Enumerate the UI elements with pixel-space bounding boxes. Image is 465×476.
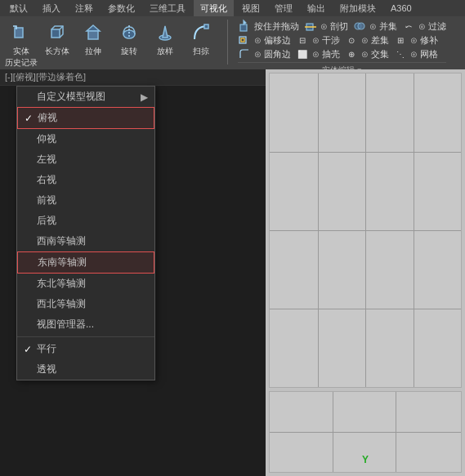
tab-insert[interactable]: 插入 <box>36 0 67 16</box>
menu-item-custom-view[interactable]: 自定义模型视图 ▶ <box>17 87 154 107</box>
svg-rect-1 <box>51 29 60 38</box>
slice-button[interactable]: ⊙ 剖切 <box>304 20 348 33</box>
solid-edit-row2: ⊙ 偏移边 ⊟ ⊙ 干涉 ⊙ ⊙ 差集 ⊞ ⊙ 修补 <box>238 33 446 47</box>
tab-manage[interactable]: 管理 <box>268 0 299 16</box>
y-axis-label: Y <box>362 454 369 465</box>
mesh-button[interactable]: ⋱ ⊙ 网格 <box>394 47 438 60</box>
union-button[interactable]: ⊙ 并集 <box>353 20 397 33</box>
svg-marker-8 <box>163 26 168 38</box>
ribbon-separator <box>227 20 228 65</box>
tab-3d-tools[interactable]: 三维工具 <box>143 0 192 16</box>
tab-annotation[interactable]: 注释 <box>69 0 100 16</box>
slice-icon <box>304 20 317 33</box>
svg-marker-3 <box>87 25 100 31</box>
tab-visualize[interactable]: 可视化 <box>194 0 234 16</box>
grid-v1 <box>318 73 319 387</box>
box-button[interactable]: 长方体 <box>41 20 74 57</box>
tab-default[interactable]: 默认 <box>3 0 34 16</box>
patch-button[interactable]: ⊞ ⊙ 修补 <box>394 33 438 47</box>
menu-item-ne-iso[interactable]: 东北等轴测 <box>17 274 154 294</box>
menu-item-sw-iso[interactable]: 西南等轴测 <box>17 231 154 251</box>
fillet-icon <box>238 47 251 60</box>
revolve-button[interactable]: 旋转 <box>113 20 145 57</box>
main-area: [-][俯视][带边缘着色] 自定义模型视图 ▶ ✓ 俯视 仰视 左视 <box>0 69 465 476</box>
interfere-button[interactable]: ⊟ ⊙ 干涉 <box>296 33 340 47</box>
filter-button[interactable]: ⤺ ⊙ 过滤 <box>402 20 446 33</box>
grid-v2 <box>365 73 366 387</box>
grid-lines-top <box>270 73 461 387</box>
ribbon-group-solid-edit: 按住并拖动 ⊙ 剖切 <box>238 20 446 76</box>
svg-rect-4 <box>88 31 98 39</box>
extrude-icon <box>80 20 106 46</box>
loft-icon <box>152 20 178 46</box>
solid-edit-row1: 按住并拖动 ⊙ 剖切 <box>238 20 446 33</box>
menu-separator <box>17 336 154 337</box>
intersect-icon: ⊕ <box>345 47 358 60</box>
svg-marker-11 <box>244 20 246 24</box>
menu-item-se-iso[interactable]: 东南等轴测 <box>17 251 154 274</box>
menu-item-right-view[interactable]: 右视 <box>17 170 154 190</box>
shell-icon: ⬜ <box>296 47 309 60</box>
menu-item-view-manager[interactable]: 视图管理器... <box>17 314 154 335</box>
tab-a360[interactable]: A360 <box>384 0 418 16</box>
extrude-button[interactable]: 拉伸 <box>77 20 110 57</box>
loft-button[interactable]: 放样 <box>149 20 181 57</box>
tab-addons[interactable]: 附加模块 <box>333 0 382 16</box>
menu-item-front-view[interactable]: 前视 <box>17 190 154 211</box>
viewport-panel: [-][俯视][带边缘着色] 自定义模型视图 ▶ ✓ 俯视 仰视 左视 <box>0 69 266 476</box>
interfere-icon: ⊟ <box>296 33 309 47</box>
menu-item-perspective[interactable]: 透视 <box>17 359 154 380</box>
view-dropdown-menu: 自定义模型视图 ▶ ✓ 俯视 仰视 左视 右视 前视 <box>16 86 155 380</box>
menu-item-back-view[interactable]: 后视 <box>17 211 154 231</box>
tab-output[interactable]: 输出 <box>301 0 332 16</box>
tab-view[interactable]: 视图 <box>235 0 266 16</box>
mesh-icon: ⋱ <box>394 47 407 60</box>
tab-parametric[interactable]: 参数化 <box>101 0 141 16</box>
filter-icon: ⤺ <box>402 20 415 33</box>
right-bottom-section: Y <box>269 391 462 473</box>
svg-rect-17 <box>241 38 244 42</box>
grid-h-b1 <box>270 432 461 433</box>
box-icon <box>44 20 70 46</box>
svg-rect-16 <box>239 37 246 43</box>
menu-item-left-view[interactable]: 左视 <box>17 149 154 170</box>
solid-edit-row3: ⊙ 圆角边 ⬜ ⊙ 抽壳 ⊕ ⊙ 交集 ⋱ ⊙ 网格 <box>238 47 446 60</box>
intersect-button[interactable]: ⊕ ⊙ 交集 <box>345 47 389 60</box>
grid-v3 <box>414 73 414 387</box>
subtract-button[interactable]: ⊙ ⊙ 差集 <box>345 33 389 47</box>
shell-button[interactable]: ⬜ ⊙ 抽壳 <box>296 47 340 60</box>
toolbar: 默认 插入 注释 参数化 三维工具 可视化 视图 管理 输出 附加模块 A360 <box>0 0 465 69</box>
tab-bar: 默认 插入 注释 参数化 三维工具 可视化 视图 管理 输出 附加模块 A360 <box>0 0 465 16</box>
svg-point-5 <box>123 30 135 38</box>
grid-v-b1 <box>333 392 333 472</box>
menu-item-nw-iso[interactable]: 西北等轴测 <box>17 294 154 314</box>
svg-point-15 <box>358 23 364 29</box>
svg-rect-9 <box>204 24 208 29</box>
menu-item-bottom-view[interactable]: 仰视 <box>17 129 154 149</box>
solid-history-icon <box>8 20 34 46</box>
sweep-icon <box>188 20 214 46</box>
subtract-icon: ⊙ <box>345 33 358 47</box>
grid-v-b2 <box>396 392 396 472</box>
modeling-tools: 实体历史记录 长方体 <box>5 20 217 69</box>
right-top-section <box>269 73 462 388</box>
union-icon <box>353 20 366 33</box>
fillet-button[interactable]: ⊙ 圆角边 <box>238 47 291 60</box>
right-panel: Abou ite <box>266 69 465 476</box>
viewport-header[interactable]: [-][俯视][带边缘着色] <box>0 69 266 86</box>
revolve-icon <box>116 20 142 46</box>
sweep-button[interactable]: 扫掠 <box>185 20 217 57</box>
menu-item-top-view[interactable]: ✓ 俯视 <box>17 107 154 129</box>
patch-icon: ⊞ <box>394 33 407 47</box>
menu-item-parallel[interactable]: ✓ 平行 <box>17 339 154 359</box>
right-panel-inner: Y <box>266 69 465 476</box>
solid-history-button[interactable]: 实体历史记录 <box>5 20 38 69</box>
